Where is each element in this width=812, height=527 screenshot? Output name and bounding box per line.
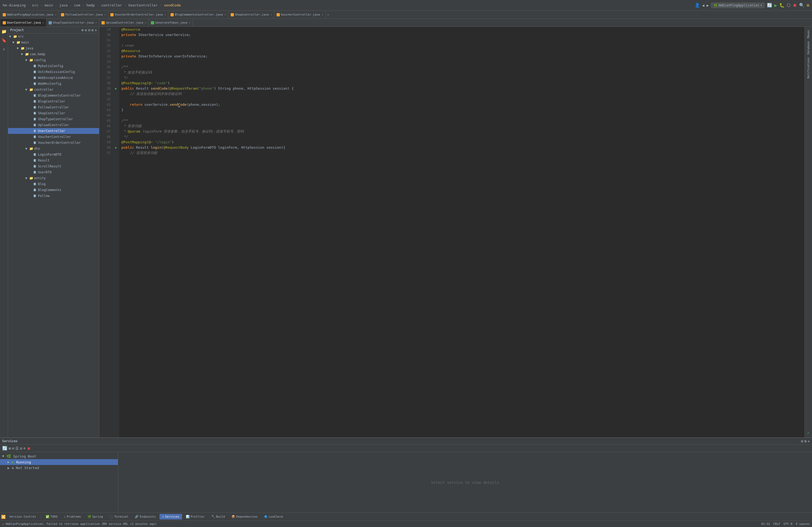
tab-shopcontroller[interactable]: ShopController.java ✕ xyxy=(229,11,274,19)
debug-icon[interactable]: 🐛 xyxy=(779,3,785,8)
gutter-50[interactable]: ▶ xyxy=(113,145,119,150)
tree-item-shoptype-class[interactable]: C ShopTypeController xyxy=(8,116,99,122)
tree-item-scrollresult-class[interactable]: C ScrollResult xyxy=(8,163,99,169)
tab-profiler[interactable]: 📊 Profiler xyxy=(183,514,207,520)
tab-terminal[interactable]: ⬛ Terminal xyxy=(106,514,131,520)
tab-blogcomments[interactable]: BlogCommentsController.java ✕ xyxy=(168,11,229,19)
tree-item-webmvc[interactable]: C WebMvcConfig xyxy=(8,81,99,87)
tree-item-comhmdp[interactable]: ▼ 📁 com.hmdp xyxy=(8,51,99,57)
tree-item-config[interactable]: ▼ 📁 config xyxy=(8,57,99,63)
close-tab-usercontroller[interactable]: ✕ xyxy=(42,21,44,24)
tree-item-upload-class[interactable]: C UploadController xyxy=(8,122,99,128)
tree-item-blogcomments-entity[interactable]: C BlogComments xyxy=(8,187,99,193)
tree-item-mybatis[interactable]: C MybatisConfig xyxy=(8,63,99,69)
tab-services[interactable]: ⚙ Services xyxy=(160,514,182,520)
collapse-services-icon[interactable]: ⊟ xyxy=(12,446,14,451)
app-selector[interactable]: 🌿 HmDianPingApplication ▾ xyxy=(711,3,765,8)
editor-content[interactable]: 29 30 31 32 32 33 34 35 36 37 38 39 xyxy=(99,27,804,437)
settings-icon-sidebar[interactable]: ⚙ xyxy=(91,28,93,32)
coverage-icon[interactable]: ⬡ xyxy=(787,3,791,8)
forward-icon[interactable]: ▶ xyxy=(707,3,709,7)
tab-qmdianping[interactable]: QmDianPingApplication.java ✕ xyxy=(1,11,59,19)
stop-services-icon[interactable]: ⏹ xyxy=(27,446,31,451)
stop-icon[interactable]: ⏹ xyxy=(793,3,797,8)
tab-vcs[interactable]: Version Control xyxy=(7,514,39,520)
close-tab-shoptype[interactable]: ✕ xyxy=(95,21,97,24)
tab-shoptype[interactable]: ShopTypeController.java ✕ xyxy=(46,19,99,27)
service-item-springboot[interactable]: ▼ 🌿 Spring Boot xyxy=(0,453,118,459)
bottom-close-icon[interactable]: ✕ xyxy=(808,439,810,443)
filter2-services-icon[interactable]: ⊡ xyxy=(20,446,22,451)
tree-item-main[interactable]: ▼ 📁 main xyxy=(8,40,99,45)
tree-item-java[interactable]: ▼ 📁 java xyxy=(8,45,99,51)
tab-todo[interactable]: ✅ TODO xyxy=(43,514,60,520)
run-icon[interactable]: ▶ xyxy=(774,2,777,8)
close-tab-generatetoken[interactable]: ✕ xyxy=(189,21,191,24)
profile-icon[interactable]: 👤 xyxy=(695,3,700,8)
close-sidebar-icon[interactable]: ✕ xyxy=(95,28,97,32)
add-services-icon[interactable]: + xyxy=(23,446,26,451)
tab-problems[interactable]: ⚠ Problems xyxy=(61,514,84,520)
tab-build[interactable]: 🔨 Build xyxy=(209,514,228,520)
tree-item-controller-folder[interactable]: ▼ 📁 controller xyxy=(8,87,99,93)
tree-item-voucherorder-class[interactable]: C VoucherOrderController xyxy=(8,140,99,146)
refresh-services-icon[interactable]: 🔄 xyxy=(2,446,8,451)
settings-icon[interactable]: ⚙ xyxy=(807,3,809,8)
tab-voucherorder[interactable]: VoucherOrderController.java ✕ xyxy=(108,11,168,19)
line-ending[interactable]: CRLF xyxy=(773,522,780,526)
tree-item-usercontroller-class[interactable]: C UserController xyxy=(8,128,99,134)
close-tab-voucherorder[interactable]: ✕ xyxy=(164,13,166,16)
close-tab-blogcomments[interactable]: ✕ xyxy=(224,13,226,16)
project-name[interactable]: hm-dianping xyxy=(3,3,26,7)
tree-item-entity-folder[interactable]: ▼ 📁 entity xyxy=(8,175,99,181)
database-label[interactable]: Database xyxy=(806,40,810,55)
expand-services-icon[interactable]: ⊞ xyxy=(9,446,11,451)
tree-item-follow-entity[interactable]: C Follow xyxy=(8,193,99,199)
tree-item-src[interactable]: ▼ 📁 src xyxy=(8,33,99,40)
tree-item-ustc[interactable]: C UstcRedissionConfig xyxy=(8,69,99,75)
close-tab-qmdianping[interactable]: ✕ xyxy=(55,13,56,16)
filter-services-icon[interactable]: ☰ xyxy=(15,446,19,451)
tab-followcontroller[interactable]: FollowController.java ✕ xyxy=(59,11,108,19)
run-gutter-icon-39[interactable]: ▶ xyxy=(115,87,117,90)
bookmarks-icon[interactable]: 🔖 xyxy=(0,37,8,44)
maven-label[interactable]: Maven xyxy=(806,29,810,39)
close-tab-shopcontroller[interactable]: ✕ xyxy=(271,13,272,16)
back-icon[interactable]: ◀ xyxy=(702,3,704,7)
indent[interactable]: 4 spaces xyxy=(796,522,810,526)
tab-generatetoken[interactable]: GenerateToken.java ✕ xyxy=(149,19,193,27)
tree-item-voucher-class[interactable]: C VoucherController xyxy=(8,134,99,140)
run-gutter-icon-50[interactable]: ▶ xyxy=(115,146,117,149)
tree-item-blogcomments-class[interactable]: C BlogCommentsController xyxy=(8,93,99,99)
tree-item-blog-entity[interactable]: C Blog xyxy=(8,181,99,187)
tab-endpoints[interactable]: 🔗 Endpoints xyxy=(132,514,158,520)
close-tab-upload[interactable]: ✕ xyxy=(145,21,146,24)
tree-item-dto-folder[interactable]: ▼ 📁 dto xyxy=(8,146,99,152)
bottom-expand-icon[interactable]: ⊞ xyxy=(804,439,806,443)
tree-item-follow-class[interactable]: C FollowController xyxy=(8,104,99,110)
code-area[interactable]: @Resource private IUserService userServi… xyxy=(119,27,804,437)
tab-luacheck[interactable]: 🔷 LuaCheck xyxy=(261,514,286,520)
service-item-notstarted[interactable]: ▶ ⚙ Not Started xyxy=(0,465,118,471)
refresh-icon[interactable]: 🔄 xyxy=(767,3,772,8)
tab-dependencies[interactable]: 📦 Dependencies xyxy=(229,514,260,520)
tree-item-shop-class[interactable]: C ShopController xyxy=(8,110,99,116)
expand-all-icon[interactable]: ≡ xyxy=(85,28,87,32)
close-tab-followcontroller[interactable]: ✕ xyxy=(104,13,106,16)
tab-usercontroller[interactable]: UserController.java ✕ xyxy=(1,19,46,27)
tree-item-webexception[interactable]: C WebExceptionAdvice xyxy=(8,75,99,81)
locate-icon[interactable]: ⊕ xyxy=(81,28,84,32)
close-tab-vouchercontroller[interactable]: ✕ xyxy=(322,13,323,16)
collapse-all-icon[interactable]: ⊟ xyxy=(88,28,90,32)
tab-upload[interactable]: UploadController.java ✕ xyxy=(99,19,149,27)
breadcrumb-sendcode[interactable]: sendCode xyxy=(164,3,181,7)
tree-item-loginform-class[interactable]: C LoginFormDTO xyxy=(8,152,99,157)
notifications-label[interactable]: Notifications xyxy=(806,56,810,79)
service-item-running[interactable]: ▶ ▶ Running xyxy=(0,459,118,465)
structure-icon[interactable]: ⚡ xyxy=(2,46,6,53)
more-tabs-icon[interactable]: ⋯ xyxy=(326,13,331,17)
tab-vouchercontroller[interactable]: VoucherController.java ✕ xyxy=(274,11,326,19)
encoding[interactable]: UTF-8 xyxy=(784,522,793,526)
tab-spring[interactable]: 🌿 Spring xyxy=(85,514,106,520)
cursor-position[interactable]: 42:32 xyxy=(761,522,770,526)
